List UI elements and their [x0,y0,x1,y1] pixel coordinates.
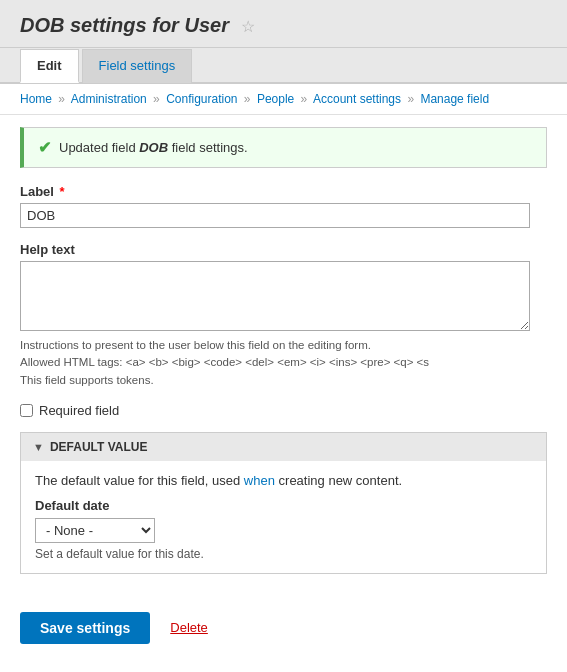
tabs-bar: Edit Field settings [0,48,567,84]
collapse-arrow-icon: ▼ [33,441,44,453]
default-date-select[interactable]: - None - Current date [35,518,155,543]
default-value-section: ▼ DEFAULT VALUE The default value for th… [20,432,547,574]
breadcrumb-configuration[interactable]: Configuration [166,92,237,106]
default-value-section-header[interactable]: ▼ DEFAULT VALUE [21,433,546,461]
tab-field-settings[interactable]: Field settings [82,49,193,83]
default-value-section-body: The default value for this field, used w… [21,461,546,573]
favorite-star-icon[interactable]: ☆ [241,18,255,35]
help-description: Instructions to present to the user belo… [20,337,547,389]
tab-edit[interactable]: Edit [20,49,79,83]
check-icon: ✔ [38,138,51,157]
required-checkbox-group: Required field [20,403,547,418]
page-header: DOB settings for User ☆ [0,0,567,48]
default-date-label: Default date [35,498,532,513]
required-checkbox-label[interactable]: Required field [39,403,119,418]
main-content: ✔ Updated field DOB field settings. Labe… [0,115,567,602]
breadcrumb-administration[interactable]: Administration [71,92,147,106]
help-text-input[interactable] [20,261,530,331]
title-prefix-text: DOB settings for [20,14,184,36]
label-input[interactable] [20,203,530,228]
save-settings-button[interactable]: Save settings [20,612,150,644]
label-field-label: Label * [20,184,547,199]
title-entity-text: User [184,14,228,36]
breadcrumb: Home » Administration » Configuration » … [0,84,567,115]
form-actions: Save settings Delete [0,602,567,654]
label-field-group: Label * [20,184,547,228]
delete-button[interactable]: Delete [170,620,208,635]
success-text: Updated field DOB field settings. [59,140,248,155]
default-date-note: Set a default value for this date. [35,547,532,561]
breadcrumb-manage-field[interactable]: Manage field [420,92,489,106]
section-title: DEFAULT VALUE [50,440,148,454]
success-field-name: DOB [139,140,168,155]
help-text-label: Help text [20,242,547,257]
required-checkbox[interactable] [20,404,33,417]
breadcrumb-home[interactable]: Home [20,92,52,106]
breadcrumb-people[interactable]: People [257,92,294,106]
breadcrumb-account-settings[interactable]: Account settings [313,92,401,106]
default-value-description: The default value for this field, used w… [35,473,532,488]
help-text-field-group: Help text Instructions to present to the… [20,242,547,389]
required-star: * [60,184,65,199]
success-message: ✔ Updated field DOB field settings. [20,127,547,168]
page-title: DOB settings for User ☆ [20,14,547,37]
